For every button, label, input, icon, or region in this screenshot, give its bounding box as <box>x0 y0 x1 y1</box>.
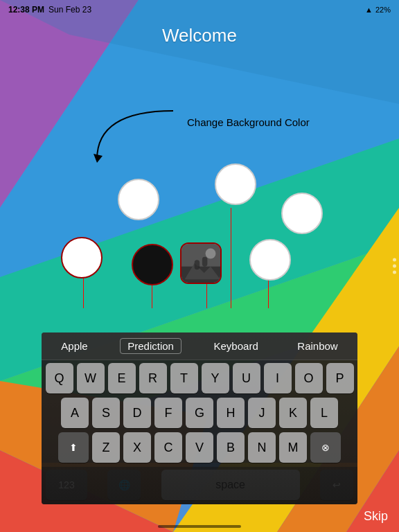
key-k[interactable]: K <box>279 398 307 428</box>
key-c[interactable]: C <box>154 432 182 463</box>
status-date: Sun Feb 23 <box>48 5 91 15</box>
key-row-3: ⬆ Z X C V B N M ⊗ <box>44 432 355 463</box>
key-delete[interactable]: ⊗ <box>310 432 341 463</box>
key-f[interactable]: F <box>154 398 182 428</box>
key-y[interactable]: Y <box>202 363 229 393</box>
key-x[interactable]: X <box>123 432 151 463</box>
key-w[interactable]: W <box>77 363 105 393</box>
red-line-3 <box>206 281 207 308</box>
key-row-1: Q W E R T Y U I O P <box>44 363 355 393</box>
key-p[interactable]: P <box>326 363 354 393</box>
key-n[interactable]: N <box>248 432 276 463</box>
keyboard-overlay: Apple Prediction Keyboard Rainbow Q W E … <box>42 332 357 504</box>
key-e[interactable]: E <box>108 363 136 393</box>
wifi-icon: ▲ <box>365 6 373 14</box>
color-circle-4[interactable] <box>249 239 291 281</box>
key-m[interactable]: M <box>279 432 307 463</box>
key-h[interactable]: H <box>217 398 245 428</box>
welcome-title: Welcome <box>0 25 399 46</box>
key-z[interactable]: Z <box>92 432 120 463</box>
prediction-bar: Apple Prediction Keyboard Rainbow <box>42 332 357 360</box>
red-line-4 <box>231 208 231 308</box>
color-circle-2[interactable] <box>118 179 159 220</box>
key-v[interactable]: V <box>186 432 213 463</box>
svg-marker-10 <box>94 154 103 163</box>
prediction-apple[interactable]: Apple <box>54 339 94 353</box>
prediction-keyboard[interactable]: Keyboard <box>207 339 265 353</box>
key-shift[interactable]: ⬆ <box>58 432 89 463</box>
svg-rect-15 <box>195 260 200 269</box>
prediction-rainbow[interactable]: Rainbow <box>290 339 344 353</box>
key-j[interactable]: J <box>248 398 276 428</box>
key-q[interactable]: Q <box>46 363 73 393</box>
dot-3 <box>393 271 396 274</box>
status-icons: ▲ 22% <box>365 6 391 14</box>
svg-point-13 <box>206 249 216 259</box>
dot-2 <box>393 265 396 268</box>
color-circle-black[interactable] <box>132 244 173 285</box>
status-bar: 12:38 PM Sun Feb 23 ▲ 22% <box>0 0 399 19</box>
arrow-decoration <box>55 97 215 180</box>
key-a[interactable]: A <box>61 398 89 428</box>
key-o[interactable]: O <box>295 363 323 393</box>
battery-icon: 22% <box>375 6 391 14</box>
color-circle-3[interactable] <box>215 163 256 205</box>
key-row-2: A S D F G H J K L <box>44 398 355 428</box>
side-dots <box>393 258 396 274</box>
key-r[interactable]: R <box>139 363 167 393</box>
color-circle-image[interactable] <box>180 242 222 284</box>
home-indicator <box>158 525 241 528</box>
key-t[interactable]: T <box>170 363 198 393</box>
status-time: 12:38 PM <box>8 5 44 15</box>
key-i[interactable]: I <box>264 363 292 393</box>
dot-1 <box>393 258 396 262</box>
prediction-main[interactable]: Prediction <box>120 338 181 354</box>
svg-rect-16 <box>202 257 207 267</box>
key-b[interactable]: B <box>217 432 245 463</box>
color-circle-5[interactable] <box>281 193 323 234</box>
key-l[interactable]: L <box>310 398 338 428</box>
key-g[interactable]: G <box>186 398 213 428</box>
key-s[interactable]: S <box>92 398 120 428</box>
skip-button[interactable]: Skip <box>364 509 388 524</box>
color-circle-1[interactable] <box>61 237 103 278</box>
key-u[interactable]: U <box>233 363 260 393</box>
key-d[interactable]: D <box>123 398 151 428</box>
